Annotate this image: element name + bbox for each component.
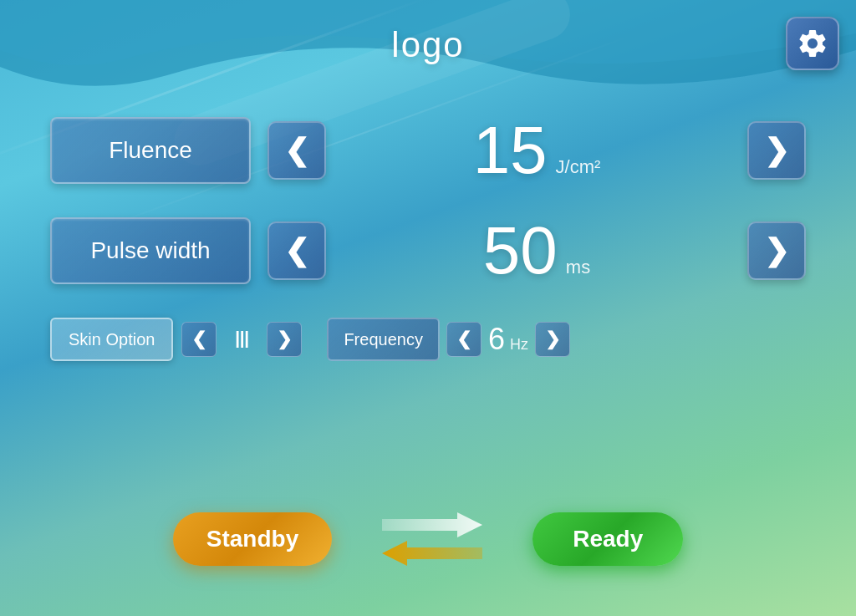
fluence-value: 15 (473, 117, 548, 184)
skin-frequency-row: Skin Option ❮ Ⅲ ❯ Frequency ❮ 6 Hz ❯ (50, 318, 806, 361)
chevron-right-icon: ❯ (277, 328, 292, 350)
arrow-right-svg (382, 512, 482, 537)
fluence-value-display: 15 J/cm² (343, 117, 731, 184)
standby-button[interactable]: Standby (173, 512, 332, 566)
frequency-value-display: 6 Hz (488, 322, 528, 357)
chevron-left-icon: ❮ (284, 135, 309, 165)
arrows-indicator (382, 512, 482, 566)
frequency-label[interactable]: Frequency (327, 318, 440, 361)
fluence-label[interactable]: Fluence (50, 117, 251, 184)
fluence-unit: J/cm² (556, 156, 601, 178)
frequency-increase-button[interactable]: ❯ (535, 322, 570, 357)
chevron-right-icon: ❯ (545, 328, 560, 350)
pulse-width-value-display: 50 ms (343, 217, 731, 284)
skin-option-value: Ⅲ (225, 326, 258, 354)
fluence-increase-button[interactable]: ❯ (747, 121, 806, 180)
main-content: Fluence ❮ 15 J/cm² ❯ Pulse width ❮ 50 ms… (50, 117, 806, 361)
arrow-left-svg (382, 541, 482, 566)
pulse-width-decrease-button[interactable]: ❮ (268, 221, 326, 280)
fluence-decrease-button[interactable]: ❮ (268, 121, 326, 180)
pulse-width-label[interactable]: Pulse width (50, 217, 251, 284)
frequency-value: 6 (488, 322, 505, 357)
pulse-width-value: 50 (483, 217, 558, 284)
frequency-section: Frequency ❮ 6 Hz ❯ (327, 318, 570, 361)
chevron-left-icon: ❮ (191, 328, 206, 350)
skin-option-label[interactable]: Skin Option (50, 318, 173, 361)
pulse-width-increase-button[interactable]: ❯ (747, 221, 806, 280)
pulse-width-unit: ms (566, 257, 590, 278)
ready-button[interactable]: Ready (532, 512, 683, 566)
svg-marker-0 (382, 512, 482, 537)
pulse-width-row: Pulse width ❮ 50 ms ❯ (50, 217, 806, 284)
frequency-decrease-button[interactable]: ❮ (446, 322, 482, 357)
skin-option-decrease-button[interactable]: ❮ (181, 322, 217, 357)
chevron-left-icon: ❮ (456, 328, 471, 350)
chevron-right-icon: ❯ (764, 236, 789, 266)
svg-marker-1 (382, 541, 482, 566)
skin-option-increase-button[interactable]: ❯ (267, 322, 302, 357)
logo: logo (391, 25, 464, 65)
frequency-unit: Hz (510, 336, 528, 354)
fluence-row: Fluence ❮ 15 J/cm² ❯ (50, 117, 806, 184)
chevron-left-icon: ❮ (284, 236, 309, 266)
settings-button[interactable] (786, 17, 839, 70)
gear-icon (796, 27, 829, 60)
chevron-right-icon: ❯ (764, 135, 789, 165)
action-area: Standby Ready (0, 512, 856, 566)
